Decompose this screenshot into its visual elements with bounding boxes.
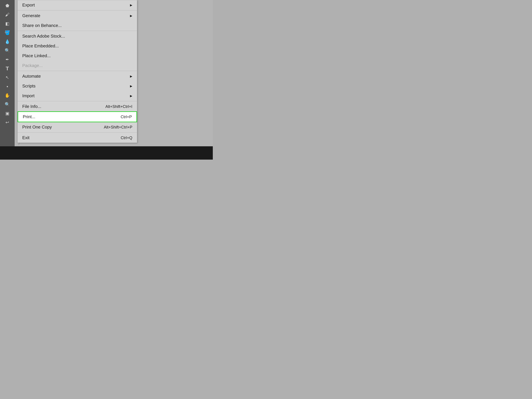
paint-bucket-icon: 🪣 bbox=[5, 30, 10, 35]
extra-tool2[interactable]: ↩ bbox=[1, 118, 13, 127]
automate-label: Automate bbox=[22, 74, 41, 79]
package-label: Package... bbox=[22, 63, 43, 68]
brush-icon: 🖌 bbox=[5, 12, 9, 17]
generate-label: Generate bbox=[22, 13, 40, 18]
menu-item-share-behance[interactable]: Share on Behance... bbox=[18, 21, 137, 30]
select-icon: ↖ bbox=[6, 75, 9, 80]
search-stock-label: Search Adobe Stock... bbox=[22, 34, 65, 39]
stamp-icon: ⬟ bbox=[6, 3, 9, 8]
share-behance-label: Share on Behance... bbox=[22, 23, 62, 28]
menu-item-automate[interactable]: Automate ▶ bbox=[18, 71, 137, 81]
automate-arrow: ▶ bbox=[130, 75, 132, 78]
dropper-tool[interactable]: 💧 bbox=[1, 37, 13, 46]
separator-3 bbox=[18, 71, 137, 71]
print-one-copy-shortcut: Alt+Shift+Ctrl+P bbox=[104, 125, 132, 129]
file-info-label: File Info... bbox=[22, 104, 41, 109]
menu-item-scripts[interactable]: Scripts ▶ bbox=[18, 81, 137, 91]
menu-item-import[interactable]: Import ▶ bbox=[18, 91, 137, 101]
menu-item-export[interactable]: Export ▶ bbox=[18, 0, 137, 10]
print-shortcut: Ctrl+P bbox=[121, 114, 132, 119]
generate-arrow: ▶ bbox=[130, 14, 132, 18]
select-tool[interactable]: ↖ bbox=[1, 73, 13, 82]
eraser-tool[interactable]: ◧ bbox=[1, 19, 13, 28]
menu-item-place-embedded[interactable]: Place Embedded... bbox=[18, 41, 137, 51]
brush-tool[interactable]: 🖌 bbox=[1, 10, 13, 19]
separator-1 bbox=[18, 10, 137, 11]
extra-tool1[interactable]: ▣ bbox=[1, 109, 13, 118]
rect-tool[interactable]: ▪ bbox=[1, 82, 13, 91]
exit-label: Exit bbox=[22, 135, 29, 140]
extra1-icon: ▣ bbox=[5, 111, 9, 116]
zoom2-icon: 🔍 bbox=[5, 102, 10, 107]
scripts-arrow: ▶ bbox=[130, 84, 132, 88]
menu-item-print-one-copy[interactable]: Print One Copy Alt+Shift+Ctrl+P bbox=[18, 122, 137, 132]
hand-icon: ✋ bbox=[5, 93, 10, 98]
print-label: Print... bbox=[23, 114, 35, 119]
paint-bucket[interactable]: 🪣 bbox=[1, 28, 13, 37]
separator-5 bbox=[18, 132, 137, 133]
scripts-label: Scripts bbox=[22, 83, 35, 89]
export-arrow: ▶ bbox=[130, 3, 132, 7]
menu-item-generate[interactable]: Generate ▶ bbox=[18, 11, 137, 21]
dropper-icon: 💧 bbox=[5, 39, 10, 44]
zoom-tool[interactable]: 🔍 bbox=[1, 46, 13, 55]
zoom-icon: 🔍 bbox=[5, 48, 10, 53]
file-dropdown-menu: Export ▶ Generate ▶ Share on Behance... … bbox=[18, 0, 137, 143]
pen-icon: ✒ bbox=[6, 57, 9, 62]
export-label: Export bbox=[22, 2, 35, 8]
import-arrow: ▶ bbox=[130, 94, 132, 98]
menu-item-exit[interactable]: Exit Ctrl+Q bbox=[18, 133, 137, 143]
zoom2-tool[interactable]: 🔍 bbox=[1, 100, 13, 109]
exit-shortcut: Ctrl+Q bbox=[121, 135, 132, 140]
stamp-tool[interactable]: ⬟ bbox=[1, 1, 13, 10]
type-icon: T bbox=[6, 65, 9, 72]
menu-item-print[interactable]: Print... Ctrl+P bbox=[18, 111, 137, 122]
file-info-shortcut: Alt+Shift+Ctrl+I bbox=[105, 104, 132, 109]
separator-2 bbox=[18, 31, 137, 31]
eraser-icon: ◧ bbox=[5, 21, 9, 26]
rect-icon: ▪ bbox=[6, 84, 8, 89]
bottom-bar bbox=[0, 146, 213, 160]
extra2-icon: ↩ bbox=[6, 120, 9, 125]
type-tool[interactable]: T bbox=[1, 64, 13, 73]
separator-4 bbox=[18, 101, 137, 101]
menu-item-file-info[interactable]: File Info... Alt+Shift+Ctrl+I bbox=[18, 101, 137, 111]
pen-tool[interactable]: ✒ bbox=[1, 55, 13, 64]
print-one-copy-label: Print One Copy bbox=[22, 125, 52, 130]
place-linked-label: Place Linked... bbox=[22, 53, 51, 58]
menu-item-place-linked[interactable]: Place Linked... bbox=[18, 51, 137, 61]
import-label: Import bbox=[22, 93, 35, 98]
place-embedded-label: Place Embedded... bbox=[22, 43, 59, 49]
menu-item-search-stock[interactable]: Search Adobe Stock... bbox=[18, 31, 137, 41]
menu-item-package[interactable]: Package... bbox=[18, 61, 137, 70]
hand-tool[interactable]: ✋ bbox=[1, 91, 13, 100]
toolbar: ⬟ 🖌 ◧ 🪣 💧 🔍 ✒ T ↖ ▪ ✋ 🔍 ▣ ↩ bbox=[0, 0, 15, 160]
